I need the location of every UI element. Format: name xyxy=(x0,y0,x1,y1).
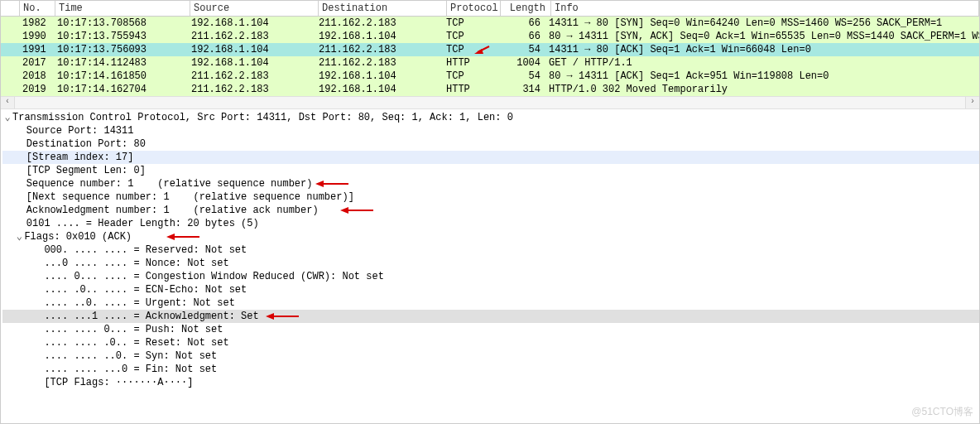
svg-marker-7 xyxy=(166,234,175,240)
horizontal-scrollbar[interactable]: ‹ › xyxy=(1,96,979,109)
col-protocol[interactable]: Protocol xyxy=(447,1,501,16)
cell-length: 66 xyxy=(496,30,545,43)
cell-destination: 192.168.1.104 xyxy=(315,30,443,43)
cell-time: 10:17:13.755943 xyxy=(54,30,188,43)
scroll-left-button[interactable]: ‹ xyxy=(1,97,15,108)
cell-source: 192.168.1.104 xyxy=(188,17,315,30)
cell-no: 1990 xyxy=(19,30,54,43)
cell-no: 1991 xyxy=(19,43,54,56)
cell-source: 192.168.1.104 xyxy=(188,43,315,56)
cell-protocol: HTTP xyxy=(443,83,496,96)
detail-ack-number[interactable]: Acknowledgment number: 1 (relative ack n… xyxy=(2,204,979,217)
cell-time: 10:17:14.112483 xyxy=(54,56,188,70)
cell-length: 314 xyxy=(496,83,545,96)
cell-info: 14311 → 80 [ACK] Seq=1 Ack=1 Win=66048 L… xyxy=(545,43,979,56)
annotation-arrow-icon xyxy=(266,311,299,322)
col-destination[interactable]: Destination xyxy=(319,1,447,16)
detail-flag-line[interactable]: .... 0... .... = Congestion Window Reduc… xyxy=(2,270,979,283)
cell-no: 2017 xyxy=(19,56,54,70)
scroll-right-button[interactable]: › xyxy=(965,97,979,108)
cell-destination: 211.162.2.183 xyxy=(315,56,443,70)
annotation-arrow-icon xyxy=(315,178,348,190)
detail-segment-len[interactable]: [TCP Segment Len: 0] xyxy=(2,164,979,177)
cell-source: 192.168.1.104 xyxy=(188,56,315,70)
col-length[interactable]: Length xyxy=(501,1,551,16)
cell-length: 54 xyxy=(496,43,545,56)
col-info[interactable]: Info xyxy=(551,1,979,16)
detail-stream-index[interactable]: [Stream index: 17] xyxy=(2,151,979,164)
detail-flag-line[interactable]: ...0 .... .... = Nonce: Not set xyxy=(2,257,979,270)
chevron-down-icon[interactable]: ⌄ xyxy=(14,230,24,243)
cell-length: 54 xyxy=(496,70,545,83)
cell-time: 10:17:13.756093 xyxy=(54,43,188,56)
cell-destination: 211.162.2.183 xyxy=(315,17,443,30)
col-time[interactable]: Time xyxy=(55,1,190,16)
detail-header-length[interactable]: 0101 .... = Header Length: 20 bytes (5) xyxy=(2,217,979,230)
cell-no: 2018 xyxy=(19,70,54,83)
cell-length: 66 xyxy=(496,17,545,30)
detail-flag-line[interactable]: .... .... 0... = Push: Not set xyxy=(2,323,979,336)
watermark-text: @51CTO博客 xyxy=(911,405,973,419)
cell-no: 1982 xyxy=(19,17,54,30)
cell-source: 211.162.2.183 xyxy=(188,70,315,83)
cell-length: 1004 xyxy=(496,56,545,70)
cell-source: 211.162.2.183 xyxy=(188,30,315,43)
cell-time: 10:17:14.161850 xyxy=(54,70,188,83)
annotation-arrow-icon xyxy=(340,205,373,216)
svg-marker-9 xyxy=(266,313,274,320)
cell-info: HTTP/1.0 302 Moved Temporarily xyxy=(545,83,979,96)
cell-protocol: TCP xyxy=(443,17,496,30)
detail-next-seq[interactable]: [Next sequence number: 1 (relative seque… xyxy=(2,190,979,204)
cell-info: 80 → 14311 [ACK] Seq=1 Ack=951 Win=11980… xyxy=(545,70,979,83)
cell-no: 2019 xyxy=(19,83,54,96)
detail-flag-line[interactable]: .... .... ..0. = Syn: Not set xyxy=(2,349,979,363)
detail-flags-header[interactable]: ⌄Flags: 0x010 (ACK) xyxy=(2,230,979,243)
cell-destination: 192.168.1.104 xyxy=(315,83,443,96)
detail-dest-port[interactable]: Destination Port: 80 xyxy=(2,137,979,151)
packet-row[interactable]: 199010:17:13.755943211.162.2.183192.168.… xyxy=(1,30,979,43)
detail-flag-line[interactable]: .... ...1 .... = Acknowledgment: Set xyxy=(2,310,979,323)
cell-destination: 192.168.1.104 xyxy=(315,70,443,83)
col-no[interactable]: No. xyxy=(20,1,55,16)
cell-time: 10:17:13.708568 xyxy=(54,17,188,30)
cell-protocol: TCP xyxy=(443,70,496,83)
detail-flag-line[interactable]: 000. .... .... = Reserved: Not set xyxy=(2,243,979,257)
packet-row[interactable]: 201910:17:14.162704211.162.2.183192.168.… xyxy=(1,83,979,96)
svg-marker-5 xyxy=(340,207,348,214)
packet-row[interactable]: 201810:17:14.161850211.162.2.183192.168.… xyxy=(1,70,979,83)
cell-time: 10:17:14.162704 xyxy=(54,83,188,96)
detail-sequence-number[interactable]: Sequence number: 1 (relative sequence nu… xyxy=(2,177,979,190)
detail-source-port[interactable]: Source Port: 14311 xyxy=(2,124,979,137)
detail-flag-line[interactable]: .... .... ...0 = Fin: Not set xyxy=(2,363,979,376)
chevron-down-icon[interactable]: ⌄ xyxy=(2,111,12,124)
svg-marker-3 xyxy=(315,181,324,187)
detail-flag-line[interactable]: .... .... .0.. = Reset: Not set xyxy=(2,336,979,349)
packet-list-header: No. Time Source Destination Protocol Len… xyxy=(1,1,979,17)
detail-tcp-flags[interactable]: [TCP Flags: ·······A····] xyxy=(2,376,979,389)
detail-flag-line[interactable]: .... ..0. .... = Urgent: Not set xyxy=(2,296,979,310)
detail-root[interactable]: ⌄Transmission Control Protocol, Src Port… xyxy=(2,111,979,124)
packet-details-pane[interactable]: ⌄Transmission Control Protocol, Src Port… xyxy=(1,109,979,423)
cell-info: 80 → 14311 [SYN, ACK] Seq=0 Ack=1 Win=65… xyxy=(545,30,979,43)
cell-info: 14311 → 80 [SYN] Seq=0 Win=64240 Len=0 M… xyxy=(545,17,979,30)
packet-list-pane[interactable]: No. Time Source Destination Protocol Len… xyxy=(1,1,979,96)
packet-row[interactable]: 198210:17:13.708568192.168.1.104211.162.… xyxy=(1,17,979,30)
col-source[interactable]: Source xyxy=(190,1,319,16)
detail-flag-line[interactable]: .... .0.. .... = ECN-Echo: Not set xyxy=(2,283,979,296)
cell-source: 211.162.2.183 xyxy=(188,83,315,96)
annotation-arrow-icon xyxy=(474,44,491,55)
cell-destination: 211.162.2.183 xyxy=(315,43,443,56)
annotation-arrow-icon xyxy=(166,231,199,243)
cell-info: GET / HTTP/1.1 xyxy=(545,56,979,70)
cell-protocol: TCP xyxy=(443,30,496,43)
